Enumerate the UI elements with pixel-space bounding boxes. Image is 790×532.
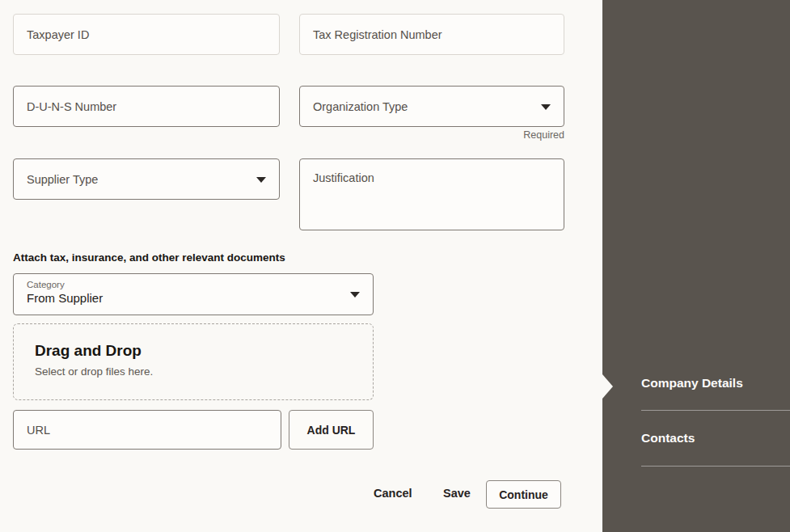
duns-number-field: [13, 86, 280, 127]
continue-button[interactable]: Continue: [486, 480, 561, 509]
file-dropzone[interactable]: Drag and Drop Select or drop files here.: [13, 323, 374, 400]
category-label: Category: [27, 280, 360, 289]
attachment-category-select[interactable]: Category From Supplier: [13, 273, 374, 315]
chevron-down-icon: [541, 104, 551, 110]
tax-registration-number-field: [299, 14, 564, 55]
category-value: From Supplier: [27, 291, 360, 305]
save-button[interactable]: Save: [443, 487, 471, 500]
cancel-button[interactable]: Cancel: [374, 487, 412, 500]
sidebar-separator: [641, 466, 790, 467]
organization-type-select[interactable]: Organization Type: [299, 86, 564, 127]
chevron-down-icon: [256, 177, 266, 183]
duns-number-input[interactable]: [13, 86, 280, 127]
supplier-type-placeholder: Supplier Type: [27, 173, 98, 186]
organization-type-placeholder: Organization Type: [313, 100, 408, 113]
add-url-button[interactable]: Add URL: [289, 410, 374, 450]
supplier-type-select[interactable]: Supplier Type: [13, 158, 280, 200]
url-field: [13, 410, 281, 450]
sidebar-separator: [641, 410, 790, 411]
dropzone-title: Drag and Drop: [35, 342, 373, 360]
dropzone-subtitle: Select or drop files here.: [35, 365, 373, 378]
active-step-arrow-icon: [602, 374, 613, 399]
attachments-heading: Attach tax, insurance, and other relevan…: [13, 251, 285, 264]
chevron-down-icon: [350, 292, 360, 298]
tax-registration-number-input[interactable]: [299, 14, 564, 55]
taxpayer-id-input[interactable]: [13, 14, 280, 55]
justification-field: [299, 158, 564, 230]
sidebar-item-company-details[interactable]: Company Details: [641, 376, 790, 391]
url-input[interactable]: [13, 410, 281, 450]
justification-textarea[interactable]: [299, 158, 564, 230]
sidebar-item-contacts[interactable]: Contacts: [641, 431, 790, 445]
required-hint: Required: [299, 129, 564, 141]
taxpayer-id-field: [13, 14, 280, 55]
supplier-registration-form: Organization Type Required Supplier Type…: [0, 0, 790, 532]
steps-sidebar: Company Details Contacts: [602, 0, 790, 532]
